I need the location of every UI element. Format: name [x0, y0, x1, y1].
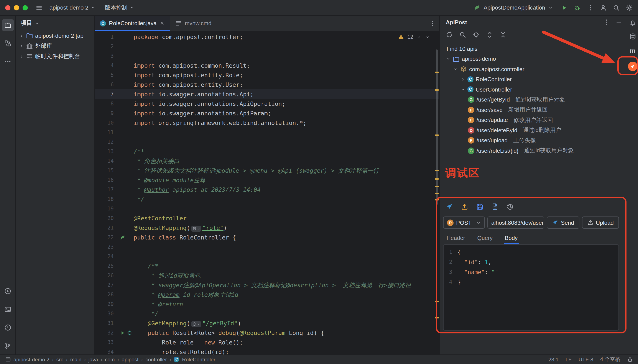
- search-everywhere-icon[interactable]: [613, 4, 620, 11]
- api-tree-endpoint[interactable]: D/user/deleteById通过id删除用户: [440, 125, 627, 135]
- tab-body[interactable]: Body: [504, 233, 518, 244]
- close-window-button[interactable]: [5, 5, 11, 10]
- api-tree-endpoint[interactable]: G/user/getById通过id获取用户对象: [440, 94, 627, 105]
- project-tool-button[interactable]: [2, 19, 14, 31]
- project-tree-item[interactable]: 临时文件和控制台: [16, 51, 94, 62]
- code-line[interactable]: 20@RestController: [95, 214, 439, 223]
- breadcrumb-item[interactable]: RoleController: [182, 356, 215, 362]
- api-tree-endpoint[interactable]: G/user/roleList/{id}通过id获取用户对象: [440, 146, 627, 156]
- code-line[interactable]: 15 * 注释优先级为文档注释标记@module > @menu > @Api …: [95, 166, 439, 175]
- chevron-down-icon[interactable]: [446, 56, 450, 62]
- code-line[interactable]: 14 * 角色相关接口: [95, 156, 439, 166]
- database-icon[interactable]: [629, 33, 636, 40]
- search-icon[interactable]: [459, 31, 466, 38]
- api-tree-item[interactable]: CUserController: [440, 84, 627, 94]
- chevron-down-icon[interactable]: [453, 67, 458, 72]
- tab-query[interactable]: Query: [476, 233, 493, 244]
- code-line[interactable]: 3: [95, 51, 439, 61]
- body-line[interactable]: 2 "id": 1,: [444, 257, 618, 267]
- code-line[interactable]: 23: [95, 242, 439, 252]
- debug-button[interactable]: [574, 4, 581, 11]
- code-line[interactable]: 17 * @author apipost at 2023/7/3 14:04: [95, 185, 439, 194]
- chevron-right-icon[interactable]: [19, 44, 24, 48]
- terminal-tool-button[interactable]: [2, 303, 14, 316]
- minimize-window-button[interactable]: [14, 5, 19, 10]
- code-line[interactable]: 27 * swagger注解@ApiOperation > 文档注释标记@des…: [95, 280, 439, 290]
- maven-icon[interactable]: m: [630, 47, 635, 55]
- lock-icon[interactable]: [627, 356, 633, 362]
- code-line[interactable]: 9import io.swagger.annotations.ApiParam;: [95, 108, 439, 118]
- tab-rolecontroller-java[interactable]: C RoleController.java: [95, 16, 170, 31]
- code-line[interactable]: 30 */: [95, 309, 439, 318]
- breadcrumb-item[interactable]: apipost-demo 2: [14, 356, 49, 362]
- save-icon[interactable]: [476, 203, 483, 210]
- structure-tool-button[interactable]: [2, 37, 14, 50]
- code-line[interactable]: 19: [95, 204, 439, 214]
- more-tool-windows-button[interactable]: [2, 56, 14, 68]
- error-stripe[interactable]: [434, 31, 439, 354]
- code-line[interactable]: 34 role.setRoleId(id);: [95, 347, 439, 354]
- inspections-widget[interactable]: 12: [398, 34, 430, 40]
- code-line[interactable]: 12: [95, 137, 439, 147]
- code-line[interactable]: 33 Role role = new Role();: [95, 338, 439, 347]
- body-editor[interactable]: 1{2 "id": 1,3 "name": ""4}: [443, 244, 619, 330]
- notifications-icon[interactable]: [629, 19, 636, 26]
- code-line[interactable]: 16 * @module module注释: [95, 175, 439, 185]
- zoom-window-button[interactable]: [23, 5, 28, 10]
- history-icon[interactable]: [506, 203, 514, 210]
- hamburger-menu-icon[interactable]: [36, 4, 43, 11]
- problems-tool-button[interactable]: [2, 322, 14, 334]
- breadcrumb-item[interactable]: java: [88, 356, 98, 362]
- api-tree-endpoint[interactable]: P/user/upload上传头像: [440, 135, 627, 146]
- code-line[interactable]: 6import com.apipost.entity.User;: [95, 80, 439, 89]
- code-line[interactable]: 10import org.springframework.web.bind.an…: [95, 118, 439, 128]
- code-line[interactable]: 8import io.swagger.annotations.ApiOperat…: [95, 99, 439, 108]
- api-tree-item[interactable]: CRoleController: [440, 74, 627, 84]
- expand-all-icon[interactable]: [486, 31, 493, 38]
- refresh-icon[interactable]: [446, 31, 453, 38]
- code-line[interactable]: 24: [95, 252, 439, 261]
- api-tree-item[interactable]: com.apipost.controller: [440, 64, 627, 74]
- hide-panel-icon[interactable]: [615, 19, 622, 26]
- code-line[interactable]: 29 * @return: [95, 299, 439, 309]
- next-problem-icon[interactable]: [425, 34, 430, 39]
- project-widget[interactable]: apipost-demo 2: [47, 3, 98, 12]
- project-tree-item[interactable]: 外部库: [16, 41, 94, 51]
- run-gutter-icon[interactable]: [120, 330, 126, 336]
- api-tree-endpoint[interactable]: P/user/save新增用户并返回: [440, 105, 627, 115]
- run-configuration-widget[interactable]: ApipostDemoApplication: [474, 4, 553, 11]
- url-inlay-hint[interactable]: [191, 226, 201, 232]
- locate-icon[interactable]: [473, 31, 480, 38]
- code-line[interactable]: 4import com.apipost.common.Result;: [95, 61, 439, 70]
- line-ending[interactable]: LF: [565, 356, 571, 362]
- file-encoding[interactable]: UTF-8: [578, 356, 593, 362]
- tab-options-icon[interactable]: [429, 20, 436, 27]
- code-line[interactable]: 2: [95, 42, 439, 51]
- apipost-plugin-icon[interactable]: [628, 62, 637, 71]
- upload-button[interactable]: Upload: [582, 216, 619, 229]
- code-line[interactable]: 1package com.apipost.controller;: [95, 32, 439, 42]
- code-line[interactable]: 11: [95, 128, 439, 137]
- code-with-me-icon[interactable]: [600, 4, 607, 11]
- code-line[interactable]: 5import com.apipost.entity.Role;: [95, 70, 439, 80]
- breadcrumb-item[interactable]: com: [105, 356, 115, 362]
- code-line[interactable]: 22public class RoleController {: [95, 232, 439, 242]
- breadcrumb-item[interactable]: main: [70, 356, 81, 362]
- code-line[interactable]: 21@RequestMapping("role"): [95, 223, 439, 232]
- code-line[interactable]: 25 /**: [95, 261, 439, 271]
- chevron-right-icon[interactable]: [460, 77, 465, 82]
- breadcrumb-item[interactable]: controller: [145, 356, 167, 362]
- chevron-down-icon[interactable]: [460, 87, 465, 92]
- close-tab-icon[interactable]: [160, 21, 165, 26]
- project-panel-header[interactable]: 项目: [16, 16, 94, 30]
- code-line[interactable]: 13/**: [95, 147, 439, 156]
- chevron-right-icon[interactable]: [19, 33, 24, 38]
- code-line[interactable]: 28 * @param id role对象主键id: [95, 290, 439, 299]
- api-gutter-icon[interactable]: [120, 234, 126, 240]
- project-tree-item[interactable]: apipost-demo 2 [ap: [16, 30, 94, 41]
- code-line[interactable]: 32 public Result<Role> debug(@RequestPar…: [95, 328, 439, 338]
- settings-icon[interactable]: [626, 4, 633, 11]
- upload-icon[interactable]: [461, 203, 468, 210]
- panel-options-icon[interactable]: [603, 19, 610, 26]
- indent-setting[interactable]: 4 个空格: [600, 356, 620, 363]
